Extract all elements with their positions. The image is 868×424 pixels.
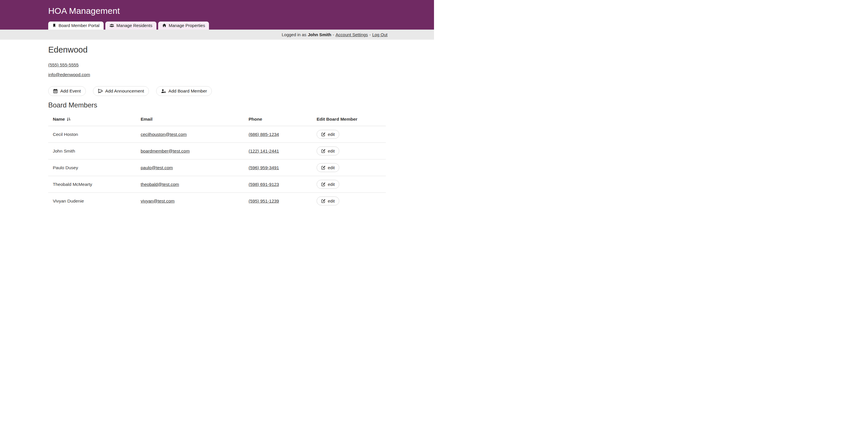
table-row: Paulo Dusey paulo@test.com (596) 959-349… [48, 160, 386, 176]
bookmark-icon [52, 23, 56, 28]
table-row: Cecil Hoston cecilhouston@test.com (686)… [48, 126, 386, 143]
property-phone-link[interactable]: (555) 555-5555 [48, 62, 79, 67]
edit-member-button[interactable]: edit [317, 197, 339, 205]
member-phone-link[interactable]: (686) 885-1234 [249, 132, 279, 137]
edit-member-button[interactable]: edit [317, 130, 339, 139]
table-row: John Smith boardmember@test.com (122) 14… [48, 143, 386, 160]
board-members-table: Name Email Phone [48, 113, 386, 209]
action-buttons: Add Event Add Announcement [48, 86, 386, 96]
property-name-heading: Edenwood [48, 45, 386, 55]
board-members-heading: Board Members [48, 101, 386, 109]
edit-button-label: edit [328, 165, 335, 170]
member-name-cell: Theobald McMearty [48, 176, 136, 193]
member-email-link[interactable]: cecilhouston@test.com [141, 132, 187, 137]
tab-label: Board Member Portal [59, 23, 100, 28]
home-icon [162, 23, 166, 28]
main-tabs: Board Member Portal Manage Residents [48, 22, 209, 30]
main-content: Edenwood (555) 555-5555 info@edenwood.co… [48, 40, 386, 209]
logged-in-user-name: John Smith [308, 32, 331, 37]
tab-manage-properties[interactable]: Manage Properties [158, 22, 209, 30]
tab-manage-residents[interactable]: Manage Residents [105, 22, 156, 30]
edit-pen-square-icon [321, 199, 326, 203]
edit-button-label: edit [328, 182, 335, 187]
member-phone-link[interactable]: (598) 691-9123 [249, 182, 279, 187]
member-email-link[interactable]: boardmember@test.com [141, 148, 190, 153]
edit-button-label: edit [328, 132, 335, 137]
add-announcement-button[interactable]: Add Announcement [93, 86, 149, 96]
edit-pen-square-icon [321, 149, 326, 153]
bullhorn-icon [98, 89, 103, 93]
table-row: Theobald McMearty theobald@test.com (598… [48, 176, 386, 193]
account-settings-link[interactable]: Account Settings [336, 32, 368, 37]
separator: - [369, 32, 371, 37]
tab-board-member-portal[interactable]: Board Member Portal [48, 22, 104, 30]
button-label: Add Event [60, 88, 81, 94]
member-email-link[interactable]: vivyan@test.com [141, 198, 175, 203]
app-title: HOA Management [48, 0, 386, 16]
member-name-cell: Paulo Dusey [48, 160, 136, 176]
column-header-edit: Edit Board Member [312, 113, 386, 126]
member-email-link[interactable]: theobald@test.com [141, 182, 179, 187]
button-label: Add Board Member [168, 88, 207, 94]
member-email-link[interactable]: paulo@test.com [141, 165, 173, 170]
button-label: Add Announcement [105, 88, 144, 94]
column-header-email: Email [136, 113, 244, 126]
member-name-cell: Cecil Hoston [48, 126, 136, 143]
edit-member-button[interactable]: edit [317, 146, 339, 156]
table-row: Vivyan Dudenie vivyan@test.com (595) 951… [48, 193, 386, 209]
tab-label: Manage Residents [117, 23, 152, 28]
edit-button-label: edit [328, 198, 335, 203]
calendar-icon [53, 89, 58, 93]
edit-button-label: edit [328, 148, 335, 153]
user-plus-icon [161, 89, 166, 93]
separator: - [333, 32, 334, 37]
property-email-link[interactable]: info@edenwood.com [48, 72, 90, 77]
user-bar: Logged in as John Smith - Account Settin… [0, 30, 434, 40]
app-header: HOA Management Board Member Portal [0, 0, 434, 30]
member-name-cell: John Smith [48, 143, 136, 160]
member-phone-link[interactable]: (596) 959-3491 [249, 165, 279, 170]
member-phone-link[interactable]: (595) 951-1239 [249, 198, 279, 203]
users-icon [110, 23, 114, 28]
edit-pen-square-icon [321, 132, 326, 137]
member-phone-link[interactable]: (122) 141-2441 [249, 148, 279, 153]
edit-pen-square-icon [321, 182, 326, 187]
edit-member-button[interactable]: edit [317, 163, 339, 172]
log-out-link[interactable]: Log Out [372, 32, 388, 37]
column-header-phone: Phone [244, 113, 312, 126]
edit-pen-square-icon [321, 166, 326, 170]
add-board-member-button[interactable]: Add Board Member [156, 86, 212, 96]
tab-label: Manage Properties [169, 23, 205, 28]
sort-amount-down-icon[interactable] [67, 117, 71, 121]
add-event-button[interactable]: Add Event [48, 86, 86, 96]
member-name-cell: Vivyan Dudenie [48, 193, 136, 209]
edit-member-button[interactable]: edit [317, 180, 339, 189]
column-header-name: Name [53, 117, 65, 122]
logged-in-text: Logged in as [282, 32, 306, 37]
table-header-row: Name Email Phone [48, 113, 386, 126]
